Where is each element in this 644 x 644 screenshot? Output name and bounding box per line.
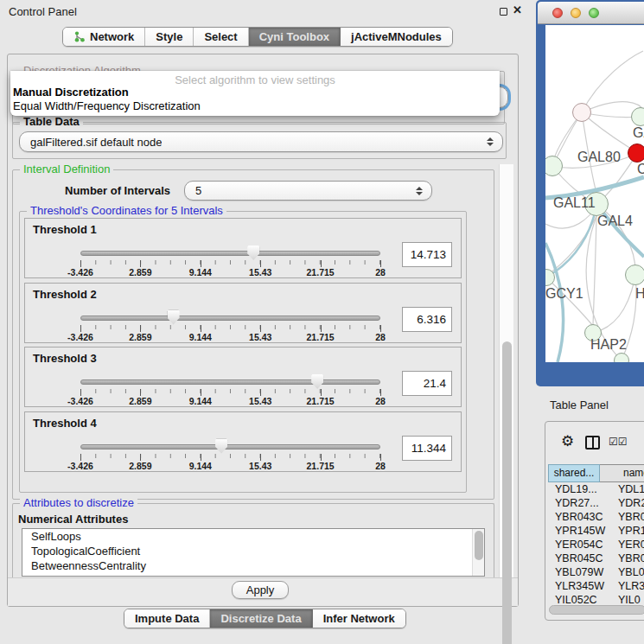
threshold-value-field[interactable]: 11.344 xyxy=(402,436,452,461)
tick-label: 21.715 xyxy=(307,396,335,406)
table-row[interactable]: YER054C YER0 xyxy=(548,538,644,552)
table-row[interactable]: YDL19... YDL1 xyxy=(548,482,644,496)
tab-cyni-toolbox[interactable]: Cyni Toolbox xyxy=(249,28,341,46)
list-item[interactable]: SelfLoops xyxy=(22,529,484,544)
close-icon[interactable]: ✕ xyxy=(513,3,522,16)
gear-icon[interactable]: ⚙ xyxy=(561,432,574,450)
threshold-value-field[interactable]: 6.316 xyxy=(402,307,452,332)
checkbox-icons[interactable]: ☑☑ xyxy=(609,436,628,448)
table-panel: ⚙ ☑☑ shared... name YDL19... YDL1 YDR27.… xyxy=(545,421,644,621)
network-canvas[interactable]: GAL80 GA C GAL11 GAL4 GCY1 H HAP2 xyxy=(545,25,644,362)
table-panel-toolbar: ⚙ ☑☑ xyxy=(545,422,644,462)
threshold-label: Threshold 4 xyxy=(33,417,97,430)
table-data-combobox[interactable]: galFiltered.sif default node xyxy=(19,131,503,152)
tick-label: 2.859 xyxy=(129,332,151,342)
node-attribute-table[interactable]: shared... name YDL19... YDL1 YDR27... YD… xyxy=(548,464,644,603)
slider-minor-ticks xyxy=(80,454,380,459)
minimize-traffic-light-icon[interactable] xyxy=(571,8,581,18)
slider-thumb[interactable] xyxy=(247,245,259,260)
slider-minor-ticks xyxy=(80,389,380,394)
list-item[interactable]: BetweennessCentrality xyxy=(22,558,484,573)
tick-label: 15.43 xyxy=(249,461,271,471)
column-header-name[interactable]: name xyxy=(600,464,644,482)
apply-button[interactable]: Apply xyxy=(232,581,289,599)
threshold-value-field[interactable]: 14.713 xyxy=(402,242,452,267)
table-data-value: galFiltered.sif default node xyxy=(30,136,162,149)
network-node-bottom-edge[interactable] xyxy=(614,353,629,362)
threshold-value-field[interactable]: 21.4 xyxy=(402,371,452,396)
major-tick xyxy=(80,389,81,396)
network-node-gal80[interactable] xyxy=(572,103,591,122)
group-title: Interval Definition xyxy=(20,163,113,175)
tick-label: 9.144 xyxy=(189,332,212,342)
list-item[interactable]: TopologicalCoefficient xyxy=(22,544,484,558)
table-horizontal-scrollbar[interactable] xyxy=(549,605,644,615)
threshold-panel: Threshold 1 -3.426 2.859 9.144 15.43 21.… xyxy=(24,218,462,278)
list-scrollbar[interactable] xyxy=(472,529,484,576)
algorithm-dropdown-popup: Select algorithm to view settings Manual… xyxy=(10,71,500,116)
slider-thumb[interactable] xyxy=(215,439,227,454)
major-tick xyxy=(380,454,381,461)
threshold-slider[interactable]: -3.426 2.859 9.144 15.43 21.715 28 xyxy=(80,245,380,277)
attributes-group: Attributes to discretize Numerical Attri… xyxy=(12,503,494,583)
major-tick xyxy=(260,454,261,461)
network-node-selected-red[interactable] xyxy=(628,143,644,163)
option-equal-width-frequency[interactable]: Equal Width/Frequency Discretization xyxy=(13,99,201,112)
major-tick xyxy=(380,325,381,332)
major-tick xyxy=(321,389,322,396)
tick-label: -3.426 xyxy=(67,332,93,342)
tab-network[interactable]: Network xyxy=(63,28,145,46)
tab-impute-data[interactable]: Impute Data xyxy=(124,609,210,628)
table-row[interactable]: YBR045C YBR0 xyxy=(548,552,644,565)
slider-track[interactable] xyxy=(80,379,380,385)
slider-thumb[interactable] xyxy=(168,310,180,325)
number-of-intervals-combobox[interactable]: 5 xyxy=(184,181,432,201)
columns-icon[interactable] xyxy=(585,436,600,450)
table-row[interactable]: YIL052C YIL0 xyxy=(548,593,644,603)
network-window-titlebar xyxy=(538,2,644,24)
tab-select[interactable]: Select xyxy=(194,28,248,46)
network-node-h[interactable] xyxy=(625,265,644,285)
table-row[interactable]: YBR043C YBR0 xyxy=(548,510,644,524)
close-traffic-light-icon[interactable] xyxy=(552,8,563,18)
table-row[interactable]: YLR345W YLR3 xyxy=(548,579,644,593)
threshold-slider[interactable]: -3.426 2.859 9.144 15.43 21.715 28 xyxy=(80,438,380,471)
node-label: GAL11 xyxy=(553,195,596,211)
panel-scrollbar[interactable] xyxy=(499,164,513,577)
tab-discretize-data[interactable]: Discretize Data xyxy=(210,609,312,628)
threshold-slider[interactable]: -3.426 2.859 9.144 15.43 21.715 28 xyxy=(80,373,380,406)
network-node-right-edge[interactable] xyxy=(631,107,644,126)
major-tick xyxy=(260,325,261,332)
tab-style[interactable]: Style xyxy=(145,28,194,46)
table-row[interactable]: YPR145W YPR1 xyxy=(548,524,644,538)
major-tick xyxy=(201,389,201,396)
column-header-shared[interactable]: shared... xyxy=(548,464,600,482)
slider-track[interactable] xyxy=(80,316,380,321)
slider-track[interactable] xyxy=(80,444,380,450)
major-tick xyxy=(80,325,81,332)
slider-thumb[interactable] xyxy=(311,374,323,389)
major-tick xyxy=(201,325,201,332)
group-title: Attributes to discretize xyxy=(20,496,137,509)
zoom-traffic-light-icon[interactable] xyxy=(589,8,599,18)
panel-scrollbar-thumb[interactable] xyxy=(502,341,512,644)
threshold-slider[interactable]: -3.426 2.859 9.144 15.43 21.715 28 xyxy=(80,309,380,342)
tick-label: -3.426 xyxy=(67,267,93,277)
option-manual-discretization[interactable]: Manual Discretization xyxy=(13,86,129,99)
list-scrollbar-thumb[interactable] xyxy=(475,531,483,560)
table-row[interactable]: YBL079W YBL0 xyxy=(548,565,644,579)
numerical-attributes-list[interactable]: SelfLoops TopologicalCoefficient Between… xyxy=(22,528,485,577)
major-tick xyxy=(80,454,81,461)
major-tick xyxy=(260,389,261,396)
tick-label: 28 xyxy=(375,332,386,342)
number-of-intervals-value: 5 xyxy=(195,184,201,197)
tab-jactivemnodules[interactable]: jActiveMNodules xyxy=(341,28,452,46)
stepper-arrows-icon xyxy=(416,187,423,195)
tab-infer-network[interactable]: Infer Network xyxy=(313,609,405,628)
slider-track[interactable] xyxy=(80,251,380,256)
tick-label: 21.715 xyxy=(307,332,335,342)
group-title: Table Data xyxy=(20,115,83,128)
table-row[interactable]: YDR27... YDR2 xyxy=(548,496,644,510)
float-window-icon[interactable] xyxy=(500,8,507,16)
table-panel-title: Table Panel xyxy=(550,399,609,411)
